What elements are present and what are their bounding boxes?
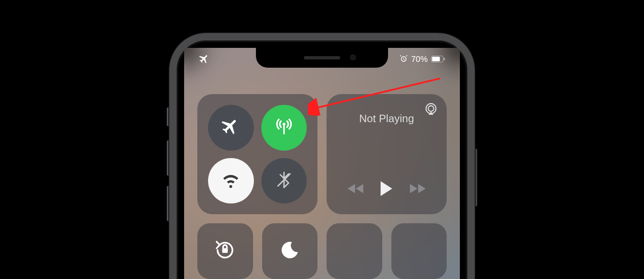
airplay-button[interactable] [424, 102, 438, 117]
rewind-button[interactable] [346, 182, 365, 196]
airplane-mode-toggle[interactable] [208, 105, 254, 151]
wifi-toggle[interactable] [208, 158, 254, 204]
bluetooth-toggle[interactable] [261, 158, 307, 204]
alarm-icon [400, 55, 408, 63]
media-title: Not Playing [335, 112, 438, 125]
screen: 70% [184, 48, 460, 279]
control-center: Not Playing [197, 94, 447, 279]
notch [256, 48, 388, 68]
orientation-lock-icon [214, 239, 236, 263]
forward-button[interactable] [408, 182, 427, 196]
media-panel[interactable]: Not Playing [327, 94, 447, 214]
svg-point-7 [428, 106, 434, 111]
phone-device: 70% [169, 33, 475, 279]
extra-tile-3[interactable] [327, 223, 382, 279]
cellular-antenna-icon [274, 116, 294, 139]
front-camera [350, 54, 356, 60]
airplane-mode-status-icon [199, 54, 210, 64]
cellular-data-toggle[interactable] [261, 105, 307, 151]
orientation-lock-tile[interactable] [197, 223, 253, 279]
phone-frame: 70% [169, 33, 475, 279]
moon-icon [280, 240, 300, 262]
airplane-icon [221, 117, 240, 138]
play-button[interactable] [379, 180, 394, 199]
bluetooth-off-icon [275, 171, 293, 191]
svg-rect-2 [444, 58, 445, 60]
do-not-disturb-tile[interactable] [262, 223, 318, 279]
battery-percentage: 70% [411, 54, 428, 64]
control-tiles-row [197, 223, 447, 279]
battery-icon [431, 56, 445, 62]
svg-rect-1 [432, 57, 440, 61]
earpiece-speaker [304, 56, 340, 59]
media-controls [335, 180, 438, 207]
extra-tile-4[interactable] [391, 223, 447, 279]
wifi-icon [221, 170, 240, 191]
connectivity-panel[interactable] [197, 94, 317, 214]
